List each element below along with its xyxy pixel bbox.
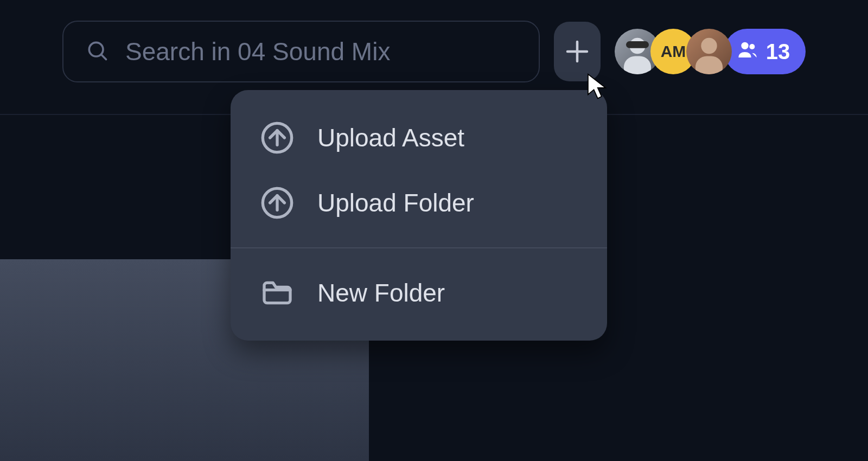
- svg-point-10: [749, 44, 755, 49]
- upload-icon: [260, 185, 295, 220]
- svg-rect-8: [695, 56, 723, 74]
- svg-point-7: [701, 38, 717, 54]
- collaborator-avatars[interactable]: AM 13: [615, 29, 806, 74]
- menu-item-label: New Folder: [317, 278, 445, 308]
- svg-line-1: [102, 55, 106, 60]
- people-icon: [737, 39, 758, 65]
- search-input-container[interactable]: [62, 21, 540, 82]
- svg-point-9: [741, 42, 748, 49]
- avatar[interactable]: [686, 29, 732, 74]
- menu-item-label: Upload Folder: [317, 188, 474, 217]
- menu-item-label: Upload Asset: [317, 123, 464, 152]
- upload-icon: [260, 120, 295, 155]
- menu-divider: [231, 247, 607, 248]
- add-button[interactable]: [554, 22, 601, 81]
- collaborator-count: 13: [766, 40, 790, 64]
- add-menu-dropdown: Upload Asset Upload Folder New Folder: [231, 90, 607, 341]
- collaborator-count-pill[interactable]: 13: [724, 29, 806, 74]
- menu-item-new-folder[interactable]: New Folder: [231, 260, 607, 325]
- avatar-initials: AM: [661, 42, 686, 61]
- search-input[interactable]: [125, 37, 517, 66]
- toolbar: AM 13: [62, 19, 806, 84]
- svg-rect-6: [626, 41, 649, 48]
- search-icon: [85, 39, 109, 65]
- svg-rect-5: [624, 56, 651, 74]
- folder-icon: [260, 276, 295, 310]
- menu-item-upload-asset[interactable]: Upload Asset: [231, 105, 607, 170]
- menu-item-upload-folder[interactable]: Upload Folder: [231, 170, 607, 235]
- svg-point-0: [89, 42, 103, 56]
- person-icon: [686, 29, 732, 74]
